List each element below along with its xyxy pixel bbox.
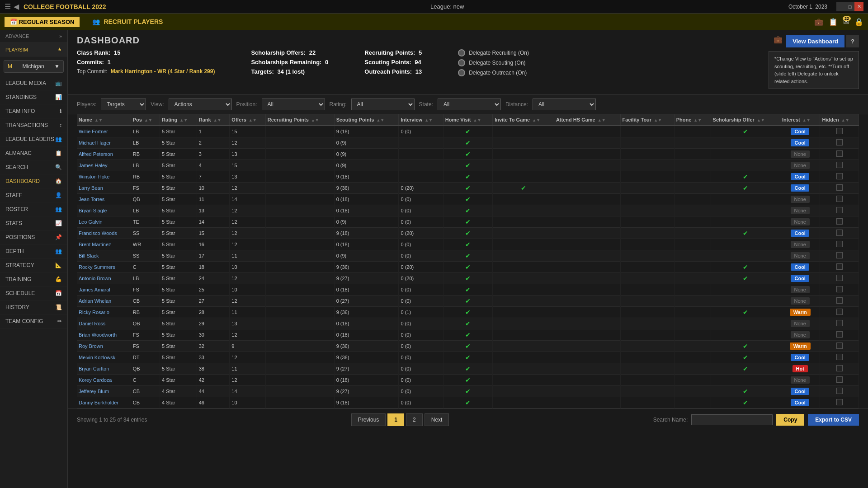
hidden-checkbox[interactable] [836,354,843,360]
col-facility[interactable]: Facility Tour ▲▼ [620,114,674,126]
interest-badge[interactable]: Hot [793,365,808,372]
interest-badge[interactable]: None [791,196,810,203]
cell-name[interactable]: Bryan Slagle [77,205,131,216]
cell-interest[interactable]: Warm [780,307,820,318]
interest-badge[interactable]: Warm [790,309,811,316]
cell-interest[interactable]: None [780,205,820,216]
state-select[interactable]: All [438,99,501,110]
hidden-checkbox[interactable] [836,309,843,315]
interest-badge[interactable]: Cool [791,139,809,146]
cell-name[interactable]: Melvin Kozlowski [77,352,131,363]
page-2-button[interactable]: 2 [406,413,423,426]
cell-interest[interactable]: None [780,149,820,160]
interest-badge[interactable]: None [791,320,810,327]
hidden-checkbox[interactable] [836,207,843,213]
interest-badge[interactable]: Cool [791,399,809,406]
cell-name[interactable]: Brent Martinez [77,239,131,250]
cell-interest[interactable]: Cool [780,262,820,273]
sidebar-item-search[interactable]: SEARCH 🔍 [0,160,67,174]
cell-name[interactable]: James Haley [77,160,131,171]
cell-hidden[interactable] [820,250,859,262]
cell-hidden[interactable] [820,137,859,149]
cell-name[interactable]: Winston Hoke [77,171,131,183]
cell-interest[interactable]: Cool [780,137,820,149]
cell-name[interactable]: Roy Brown [77,341,131,352]
col-interview[interactable]: Interview ▲▼ [399,114,443,126]
cell-name[interactable]: Alfred Peterson [77,149,131,160]
copy-button[interactable]: Copy [776,414,804,426]
view-dashboard-button[interactable]: View Dashboard [786,35,844,47]
col-invite-game[interactable]: Invite To Game ▲▼ [493,114,554,126]
cell-hidden[interactable] [820,341,859,352]
search-input[interactable] [691,414,773,425]
cell-name[interactable]: Ricky Rosario [77,307,131,318]
sidebar-item-league-leaders[interactable]: LEAGUE LEADERS 👥 [0,132,67,146]
interest-badge[interactable]: Cool [791,388,809,395]
cell-interest[interactable]: None [780,318,820,329]
sidebar-item-standings[interactable]: STANDINGS 📊 [0,90,67,104]
position-select[interactable]: All [262,99,325,110]
minimize-button[interactable]: ─ [836,2,845,11]
col-scholarship[interactable]: Scholarship Offer ▲▼ [711,114,780,126]
interest-badge[interactable]: None [791,162,810,169]
cell-interest[interactable]: None [780,160,820,171]
cell-hidden[interactable] [820,205,859,216]
cell-interest[interactable]: None [780,194,820,205]
interest-badge[interactable]: Cool [791,263,809,271]
cell-hidden[interactable] [820,183,859,194]
cell-name[interactable]: Bryan Carlton [77,363,131,375]
hidden-checkbox[interactable] [836,173,843,179]
sidebar-item-stats[interactable]: STATS 📈 [0,216,67,230]
export-csv-button[interactable]: Export to CSV [808,414,859,426]
col-rank[interactable]: Rank ▲▼ [197,114,230,126]
cell-hidden[interactable] [820,194,859,205]
col-home-visit[interactable]: Home Visit ▲▼ [443,114,492,126]
hidden-checkbox[interactable] [836,376,843,383]
sidebar-item-history[interactable]: HISTORY 📜 [0,300,67,314]
briefcase-icon-button[interactable]: 💼 [814,18,823,26]
rating-select[interactable]: All [351,99,415,110]
interest-badge[interactable]: None [791,286,810,293]
cell-hidden[interactable] [820,329,859,341]
cell-name[interactable]: Bill Slack [77,250,131,262]
view-select[interactable]: Actions [169,99,232,110]
cell-name[interactable]: James Amaral [77,284,131,296]
sidebar-item-strategy[interactable]: STRATEGY 📐 [0,258,67,272]
cell-hidden[interactable] [820,171,859,183]
sidebar-item-roster[interactable]: ROSTER 👥 [0,202,67,216]
cell-name[interactable]: Adrian Whelan [77,296,131,307]
cell-hidden[interactable] [820,149,859,160]
cell-hidden[interactable] [820,307,859,318]
sidebar-item-playsim[interactable]: PLAY/SIM ★ [0,43,67,56]
sidebar-item-depth[interactable]: DEPTH 👥 [0,244,67,258]
lock-icon-button[interactable]: 🔒 [854,18,863,26]
cell-name[interactable]: Willie Fortner [77,126,131,137]
delegate-outreach-toggle[interactable] [458,69,465,76]
hidden-checkbox[interactable] [836,128,843,134]
interest-badge[interactable]: None [791,207,810,214]
interest-badge[interactable]: Cool [791,275,809,282]
cell-interest[interactable]: None [780,329,820,341]
hidden-checkbox[interactable] [836,331,843,338]
help-button[interactable]: ? [846,35,859,47]
sidebar-item-staff[interactable]: STAFF 👤 [0,188,67,202]
page-1-button[interactable]: 1 [387,413,404,426]
cell-hidden[interactable] [820,375,859,386]
cell-hidden[interactable] [820,284,859,296]
cell-name[interactable]: Francisco Woods [77,228,131,239]
delegate-recruiting-toggle[interactable] [458,49,465,56]
col-phone[interactable]: Phone ▲▼ [674,114,711,126]
delegate-scouting-toggle[interactable] [458,59,465,66]
cell-hidden[interactable] [820,239,859,250]
cell-name[interactable]: Korey Cardoza [77,375,131,386]
cell-hidden[interactable] [820,386,859,397]
cell-hidden[interactable] [820,216,859,228]
distance-select[interactable]: All [533,99,596,110]
cell-name[interactable]: Michael Hager [77,137,131,149]
hidden-checkbox[interactable] [836,184,843,191]
sidebar-item-positions[interactable]: POSITIONS 📌 [0,230,67,244]
cell-name[interactable]: Leo Galvin [77,216,131,228]
hidden-checkbox[interactable] [836,241,843,247]
hidden-checkbox[interactable] [836,320,843,326]
hidden-checkbox[interactable] [836,252,843,258]
